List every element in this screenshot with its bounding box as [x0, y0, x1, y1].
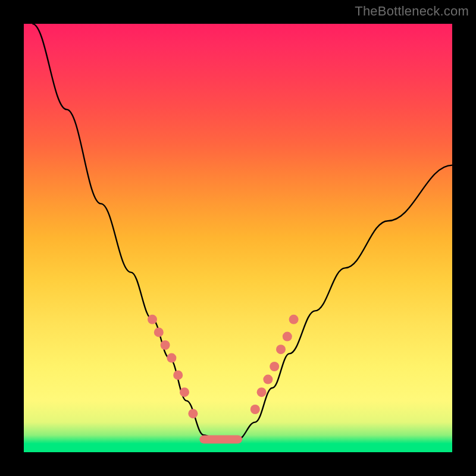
bottleneck-curve	[32, 24, 452, 439]
highlight-dot	[161, 340, 170, 350]
highlight-dot	[276, 345, 286, 354]
highlight-dot	[167, 353, 176, 363]
highlight-dot	[270, 362, 279, 371]
highlight-dot	[289, 315, 299, 324]
highlight-dot	[154, 327, 164, 337]
highlight-dot	[250, 405, 260, 414]
watermark-text: TheBottleneck.com	[355, 4, 469, 19]
highlight-dot	[148, 315, 157, 324]
highlight-dot	[180, 387, 189, 397]
curve-svg	[24, 24, 452, 452]
chart-frame: TheBottleneck.com	[0, 0, 476, 476]
highlight-dot	[188, 409, 198, 418]
highlight-dot	[257, 387, 267, 397]
plot-area	[24, 24, 452, 452]
highlight-dot	[263, 375, 273, 384]
highlight-dot	[173, 370, 183, 380]
highlight-dots-right	[250, 315, 299, 414]
highlight-dot	[283, 332, 292, 342]
